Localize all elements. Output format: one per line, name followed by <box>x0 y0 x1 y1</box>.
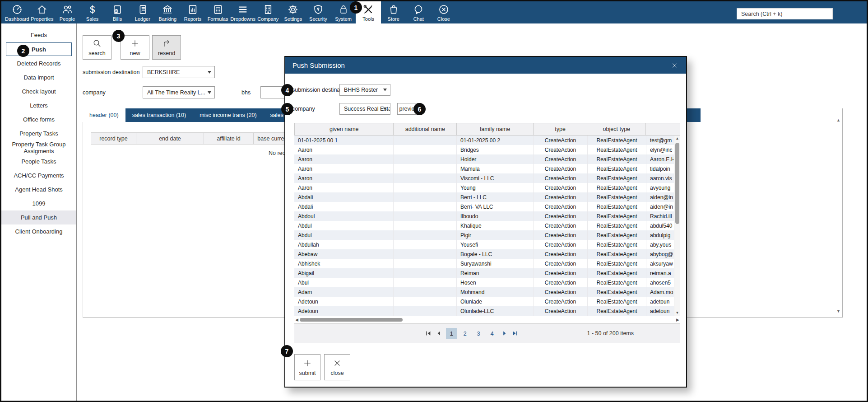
last-page-button[interactable] <box>512 330 518 337</box>
nav-item-properties[interactable]: Properties <box>30 1 55 23</box>
company-select[interactable]: Success Real Estate <box>339 103 390 115</box>
sidebar-item-client-onboarding[interactable]: Client Onboarding <box>1 224 76 238</box>
search-button[interactable]: search <box>83 35 111 60</box>
nav-item-people[interactable]: People <box>55 1 80 23</box>
dialog-header: Push Submission <box>285 57 686 74</box>
table-row[interactable]: AaronHolderCreateActionRealEstateAgentAa… <box>294 154 674 164</box>
nav-item-bills[interactable]: $Bills <box>105 1 130 23</box>
column-header-affiliate-id[interactable]: affiliate id <box>204 133 254 144</box>
submission-destination-select[interactable]: BERKSHIRE <box>143 66 215 78</box>
page-button-1[interactable]: 1 <box>446 328 457 339</box>
sidebar-item-property-tasks[interactable]: Property Tasks <box>1 126 76 140</box>
nav-item-formulas[interactable]: Formulas <box>205 1 231 23</box>
sales-icon: $ <box>87 4 98 15</box>
column-header-type[interactable]: type <box>534 123 588 135</box>
page-button-2[interactable]: 2 <box>460 328 470 339</box>
global-search <box>737 8 833 19</box>
tab-sales-transaction-10[interactable]: sales transaction (10) <box>125 108 193 122</box>
search-input[interactable] <box>737 8 833 19</box>
nav-item-company[interactable]: Company <box>255 1 281 23</box>
sidebar-item-deleted-records[interactable]: Deleted Records <box>1 56 76 70</box>
scroll-right-icon[interactable]: ▶ <box>676 318 679 322</box>
new-button[interactable]: new <box>121 35 149 60</box>
annotation-step-4: 4 <box>281 84 293 96</box>
nav-item-ledger[interactable]: Ledger <box>130 1 155 23</box>
table-row[interactable]: AbdoulIlboudoCreateActionRealEstateAgent… <box>294 211 674 221</box>
table-row[interactable]: AdetounOlunlade-LLCCreateActionRealEstat… <box>294 306 674 316</box>
first-page-button[interactable] <box>425 330 432 337</box>
table-row[interactable]: AbdulKhaliqueCreateActionRealEstateAgent… <box>294 221 674 230</box>
next-page-button[interactable] <box>501 330 508 337</box>
column-header-email[interactable] <box>646 123 680 135</box>
plus-icon <box>302 358 312 369</box>
close-button[interactable]: close <box>324 354 350 380</box>
sidebar-item-check-layout[interactable]: Check layout <box>1 84 76 98</box>
nav-item-dropdowns[interactable]: Dropdowns <box>230 1 255 23</box>
sidebar-item-feeds[interactable]: Feeds <box>1 28 76 42</box>
column-header-given-name[interactable]: given name <box>295 123 394 135</box>
nav-item-chat[interactable]: Chat <box>406 1 432 23</box>
company-select[interactable]: All The Time Realty L... <box>143 86 215 98</box>
horizontal-scrollbar[interactable]: ◀ ▶ <box>294 317 680 323</box>
sidebar-item-office-forms[interactable]: Office forms <box>1 112 76 126</box>
nav-item-sales[interactable]: $Sales <box>80 1 105 23</box>
previous-page-button[interactable] <box>436 330 442 337</box>
sidebar-item-people-tasks[interactable]: People Tasks <box>1 154 76 168</box>
column-header-object-type[interactable]: object type <box>587 123 646 135</box>
table-row[interactable]: AbdulPigirCreateActionRealEstateAgentabd… <box>294 230 674 240</box>
column-header-record-type[interactable]: record type <box>91 133 136 144</box>
nav-item-settings[interactable]: Settings <box>281 1 306 23</box>
nav-item-dashboard[interactable]: Dashboard <box>5 1 30 23</box>
table-row[interactable]: AaronMamulaCreateActionRealEstateAgentti… <box>294 164 674 173</box>
scroll-down-icon[interactable]: ▼ <box>836 309 840 313</box>
page-button-4[interactable]: 4 <box>487 328 497 339</box>
table-row[interactable]: 01-01-2025 00 101-01-2025 00 2CreateActi… <box>294 136 674 145</box>
nav-item-security[interactable]: Security <box>306 1 331 23</box>
table-row[interactable]: AbulHosenCreateActionRealEstateAgentahos… <box>294 278 674 287</box>
scroll-down-icon[interactable]: ▼ <box>674 311 680 315</box>
nav-item-close[interactable]: Close <box>431 1 456 23</box>
scrollbar-thumb[interactable] <box>675 143 679 224</box>
tab-misc-income-trans-20[interactable]: misc income trans (20) <box>193 108 263 122</box>
vertical-scrollbar[interactable]: ▲ ▼ <box>674 136 680 316</box>
table-row[interactable]: AbebawBogale - LLCCreateActionRealEstate… <box>294 249 674 259</box>
page-button-3[interactable]: 3 <box>473 328 484 339</box>
submit-button[interactable]: submit <box>294 354 320 380</box>
table-row[interactable]: AbdaliBerri - LLCCreateActionRealEstateA… <box>294 192 674 202</box>
table-row[interactable]: AbigailReimanCreateActionRealEstateAgent… <box>294 268 674 278</box>
table-row[interactable]: AaronBridgesCreateActionRealEstateAgente… <box>294 145 674 154</box>
sidebar-item-1099[interactable]: 1099 <box>1 196 76 210</box>
scroll-left-icon[interactable]: ◀ <box>295 318 298 322</box>
nav-item-reports[interactable]: Reports <box>180 1 205 23</box>
sidebar-item-letters[interactable]: Letters <box>1 98 76 112</box>
search-icon <box>92 38 102 50</box>
table-row[interactable]: AbhishekSuryawanshiCreateActionRealEstat… <box>294 259 674 268</box>
dialog-close-icon[interactable] <box>671 61 679 70</box>
table-row[interactable]: AdamMohmandCreateActionRealEstateAgentAd… <box>294 287 674 297</box>
roster-table-header: given nameadditional namefamily nametype… <box>294 123 680 136</box>
table-row[interactable]: AdetounOlunladeCreateActionRealEstateAge… <box>294 297 674 306</box>
column-header-family-name[interactable]: family name <box>457 123 534 135</box>
reports-icon <box>187 4 199 15</box>
chat-icon <box>413 4 424 15</box>
column-header-end-date[interactable]: end date <box>136 133 204 144</box>
scroll-up-icon[interactable]: ▲ <box>836 118 840 122</box>
sidebar-item-data-import[interactable]: Data import <box>1 70 76 84</box>
scrollbar-thumb[interactable] <box>300 318 403 322</box>
sidebar-item-property-task-group-assigments[interactable]: Property Task Group Assigments <box>1 140 76 154</box>
table-row[interactable]: AaronYoungCreateActionRealEstateAgentavy… <box>294 183 674 192</box>
submission-destination-select[interactable]: BHHS Roster <box>339 84 390 96</box>
scroll-up-icon[interactable]: ▲ <box>674 136 680 140</box>
table-row[interactable]: AbdullahYousefiCreateActionRealEstateAge… <box>294 240 674 249</box>
sidebar-item-agent-head-shots[interactable]: Agent Head Shots <box>1 182 76 196</box>
sidebar-item-push[interactable]: Push <box>6 42 72 56</box>
resend-button[interactable]: resend <box>152 35 181 60</box>
nav-item-banking[interactable]: Banking <box>155 1 181 23</box>
table-row[interactable]: AaronViscomi - LLCCreateActionRealEstate… <box>294 173 674 183</box>
sidebar-item-ach-cc-payments[interactable]: ACH/CC Payments <box>1 168 76 182</box>
tab-header-00[interactable]: header (00) <box>83 108 125 122</box>
nav-item-store[interactable]: Store <box>381 1 406 23</box>
column-header-additional-name[interactable]: additional name <box>394 123 457 135</box>
sidebar-item-pull-and-push[interactable]: Pull and Push <box>1 210 76 224</box>
table-row[interactable]: AbdaliBerri- VA LLCCreateActionRealEstat… <box>294 202 674 211</box>
